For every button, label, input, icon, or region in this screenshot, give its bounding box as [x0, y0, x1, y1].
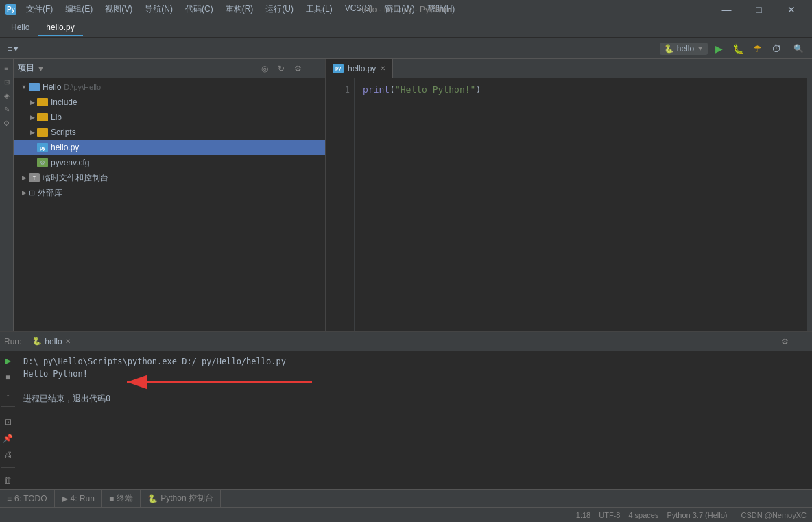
- bottom-tabs: ≡ 6: TODO ▶ 4: Run ■ 终端 🐍 Python 控制台: [0, 489, 812, 507]
- folder-icon-include: [37, 98, 48, 106]
- maximize-button[interactable]: □: [743, 0, 774, 19]
- run-config-selector[interactable]: 🐍 hello ▼: [660, 43, 708, 55]
- run-panel: Run: 🐍 hello ✕ ⚙ — ▶ ■ ↓ ⊡ 📌 🖨 🗑 D:\_py\…: [0, 331, 812, 489]
- editor-tab-hello-py[interactable]: py hello.py ✕: [326, 59, 393, 78]
- run-print-btn[interactable]: 🖨: [1, 448, 15, 462]
- menu-view[interactable]: 视图(V): [99, 2, 138, 16]
- project-locate-btn[interactable]: ◎: [258, 62, 272, 75]
- run-restart-btn[interactable]: ▶: [1, 354, 15, 368]
- tree-root-hello[interactable]: ▼ Hello D:\py\Hello: [14, 80, 325, 95]
- editor-tab-close[interactable]: ✕: [380, 64, 385, 72]
- menu-refactor[interactable]: 重构(R): [220, 2, 259, 16]
- tab-hello-py[interactable]: hello.py: [38, 20, 82, 36]
- bottom-tab-terminal-icon: ■: [109, 494, 114, 503]
- menu-code[interactable]: 代码(C): [180, 2, 219, 16]
- run-pin-btn[interactable]: 📌: [1, 431, 15, 445]
- line-number-1: 1: [326, 84, 350, 96]
- editor-area: py hello.py ✕ 1 print("Hello Python!"): [326, 59, 812, 331]
- run-output: D:\_py\Hello\Scripts\python.exe D:/_py/H…: [16, 351, 812, 489]
- toolbar-project-icon[interactable]: ≡▼: [5, 40, 22, 57]
- app-tab-bar: Hello hello.py: [0, 19, 812, 38]
- status-position[interactable]: 1:18: [576, 511, 590, 519]
- project-label: 项目: [18, 62, 34, 74]
- minimize-button[interactable]: —: [711, 0, 742, 19]
- editor-scrollbar[interactable]: [807, 78, 812, 331]
- bottom-tab-python-icon: 🐍: [147, 494, 158, 503]
- main-layout: ≡ ⊡ ◈ ✎ ⚙ 项目 ▼ ◎ ↻ ⚙ — ▼ Hello D:\py\Hel…: [0, 59, 812, 331]
- editor-tab-bar: py hello.py ✕: [326, 59, 812, 78]
- tree-item-external[interactable]: ▶ ⊞ 外部库: [14, 185, 325, 200]
- tree-item-scripts[interactable]: ▶ Scripts: [14, 125, 325, 140]
- menu-run[interactable]: 运行(U): [260, 2, 299, 16]
- left-icon-1[interactable]: ≡: [1, 62, 13, 74]
- tree-label-temp: 临时文件和控制台: [43, 172, 108, 184]
- run-stop-btn[interactable]: ■: [1, 370, 15, 384]
- run-output-exit: 进程已结束，退出代码0: [23, 392, 805, 405]
- run-tab-hello[interactable]: 🐍 hello ✕: [27, 335, 75, 348]
- menu-tools[interactable]: 工具(L): [300, 2, 338, 16]
- tree-label-include: Include: [51, 97, 77, 107]
- code-paren-close: ): [475, 84, 481, 95]
- profile-button[interactable]: ⏱: [768, 40, 785, 57]
- status-python[interactable]: Python 3.7 (Hello): [667, 511, 727, 519]
- window-controls[interactable]: — □ ✕: [711, 0, 807, 19]
- bottom-tab-python-console[interactable]: 🐍 Python 控制台: [141, 490, 221, 508]
- run-tab-close[interactable]: ✕: [65, 337, 71, 345]
- menu-nav[interactable]: 导航(N): [139, 2, 178, 16]
- folder-icon-lib: [37, 113, 48, 121]
- tree-item-hello-py[interactable]: ▶ py hello.py: [14, 140, 325, 155]
- run-button[interactable]: ▶: [710, 40, 727, 57]
- left-icon-2[interactable]: ⊡: [1, 75, 13, 88]
- left-icon-3[interactable]: ◈: [1, 89, 13, 102]
- tree-item-temp[interactable]: ▶ T 临时文件和控制台: [14, 170, 325, 185]
- run-panel-minimize[interactable]: —: [794, 335, 808, 348]
- line-numbers: 1: [326, 78, 355, 331]
- run-config-name: hello: [677, 44, 694, 54]
- bottom-tab-python-label: Python 控制台: [160, 493, 213, 504]
- run-output-blank: [23, 380, 805, 392]
- tree-label-lib: Lib: [51, 112, 62, 122]
- editor-content: 1 print("Hello Python!"): [326, 78, 812, 331]
- code-area[interactable]: print("Hello Python!"): [355, 78, 807, 331]
- file-icon-temp: T: [29, 173, 40, 182]
- run-panel-gear[interactable]: ⚙: [778, 335, 791, 348]
- status-encoding[interactable]: UTF-8: [599, 511, 620, 519]
- run-panel-actions: ⚙ —: [778, 335, 808, 348]
- debug-button[interactable]: 🐛: [730, 40, 746, 57]
- tree-label-external: 外部库: [38, 187, 62, 199]
- toolbar: ≡▼ 🐍 hello ▼ ▶ 🐛 ☂ ⏱ 🔍: [0, 38, 812, 59]
- left-icon-4[interactable]: ✎: [1, 103, 13, 115]
- left-icon-5[interactable]: ⚙: [1, 117, 13, 129]
- title-bar: Py 文件(F) 编辑(E) 视图(V) 导航(N) 代码(C) 重构(R) 运…: [0, 0, 812, 19]
- code-string: "Hello Python!": [395, 84, 475, 95]
- run-label: Run:: [4, 337, 21, 346]
- folder-icon-scripts: [37, 128, 48, 137]
- menu-edit[interactable]: 编辑(E): [60, 2, 98, 16]
- bottom-tab-terminal[interactable]: ■ 终端: [102, 490, 141, 508]
- bottom-tab-run-icon: ▶: [62, 494, 68, 503]
- tree-item-pyvenv[interactable]: ▶ ⚙ pyvenv.cfg: [14, 155, 325, 170]
- tree-item-include[interactable]: ▶ Include: [14, 95, 325, 110]
- tab-hello[interactable]: Hello: [3, 20, 38, 36]
- project-minimize-btn[interactable]: —: [307, 62, 321, 75]
- run-clear-btn[interactable]: 🗑: [1, 473, 15, 487]
- tree-item-lib[interactable]: ▶ Lib: [14, 110, 325, 125]
- run-left-actions: ▶ ■ ↓ ⊡ 📌 🖨 🗑: [0, 351, 16, 489]
- bottom-tab-todo[interactable]: ≡ 6: TODO: [0, 490, 55, 508]
- run-tab-label: hello: [45, 337, 62, 346]
- run-rerun-btn[interactable]: ⊡: [1, 415, 15, 429]
- tree-root-path: D:\py\Hello: [64, 83, 101, 91]
- project-settings-btn[interactable]: ⚙: [291, 62, 304, 75]
- run-output-cmd: D:\_py\Hello\Scripts\python.exe D:/_py/H…: [23, 355, 805, 368]
- app-icon: Py: [5, 4, 16, 15]
- status-indent[interactable]: 4 spaces: [628, 511, 658, 519]
- menu-file[interactable]: 文件(F): [21, 2, 58, 16]
- close-button[interactable]: ✕: [776, 0, 807, 19]
- project-refresh-btn[interactable]: ↻: [274, 62, 288, 75]
- run-scroll-btn[interactable]: ↓: [1, 387, 15, 401]
- bottom-tab-run[interactable]: ▶ 4: Run: [55, 490, 102, 508]
- status-csdn: CSDN @NemoyXC: [741, 511, 807, 519]
- bottom-tab-todo-icon: ≡: [7, 494, 12, 503]
- coverage-button[interactable]: ☂: [749, 40, 765, 57]
- search-button[interactable]: 🔍: [790, 40, 807, 57]
